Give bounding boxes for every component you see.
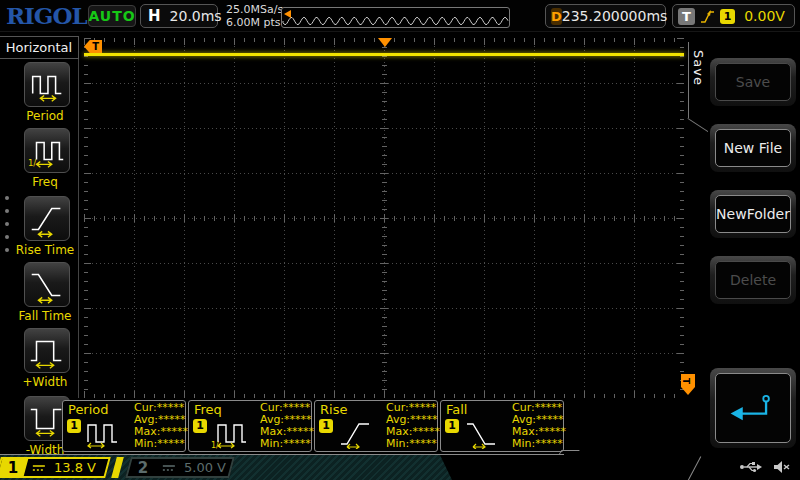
freq-icon: 1/ — [26, 130, 68, 172]
return-button[interactable] — [710, 368, 796, 448]
trigger-status-box[interactable]: T 1 0.00V — [672, 4, 795, 28]
trigger-label-badge: T — [678, 8, 695, 25]
pwidth-icon — [26, 330, 68, 372]
fall-time-button[interactable] — [24, 262, 70, 307]
stat-min-value: ***** — [409, 437, 437, 450]
channel1-scale: 13.8 V — [54, 460, 96, 475]
bottombar-outline — [0, 454, 564, 455]
preview-wave-icon — [282, 8, 509, 27]
channel2-tab[interactable]: 2 5.00 V — [125, 457, 235, 478]
new-folder-button[interactable]: NewFolder — [710, 190, 796, 238]
panel-channel-badge: 1 — [67, 419, 81, 433]
stat-min-value: ***** — [283, 437, 311, 450]
measurement-panel-period[interactable]: Period 1 Cur:***** Avg:***** Max:***** M… — [62, 400, 186, 452]
measurement-panel-rise[interactable]: Rise 1 Cur:***** Avg:***** Max:***** Min… — [314, 400, 438, 452]
menu-tab-line — [688, 42, 689, 118]
rise-time-label: Rise Time — [5, 243, 85, 257]
delete-button-label: Delete — [715, 261, 791, 299]
panel-stats: Cur:***** Avg:***** Max:***** Min:***** — [134, 402, 188, 450]
horizontal-timebase-box[interactable]: H 20.0ms — [140, 4, 218, 28]
measure-category-title[interactable]: Horizontal — [0, 36, 79, 59]
channel1-trace — [84, 53, 684, 56]
channel2-dc-coupling-icon — [162, 463, 176, 473]
panel-stats: Cur:***** Avg:***** Max:***** Min:***** — [260, 402, 314, 450]
freq-button[interactable]: 1/ — [24, 128, 70, 173]
fall-edge-icon — [462, 417, 504, 449]
memory-depth: 6.00M pts — [226, 16, 283, 29]
bottombar-notch — [558, 450, 580, 455]
menu-title: Save — [691, 50, 706, 86]
measurement-panel-freq[interactable]: Freq 1 1/ Cur:***** Avg:***** Max:***** … — [188, 400, 312, 452]
freq-wave-icon: 1/ — [210, 417, 252, 449]
panel-channel-badge: 1 — [319, 419, 333, 433]
delay-value: 235.200000ms — [562, 8, 668, 24]
sidebar-item-pwidth[interactable]: +Width — [0, 328, 80, 389]
trigger-position-marker — [378, 38, 392, 47]
freq-label: Freq — [5, 175, 85, 189]
softkey-menu: Save New File NewFolder Delete — [708, 32, 800, 458]
sidebar-item-freq[interactable]: 1/ Freq — [0, 128, 80, 189]
svg-text:1/: 1/ — [28, 158, 36, 168]
pwidth-label: +Width — [5, 375, 85, 389]
panel-channel-badge: 1 — [445, 419, 459, 433]
trigger-delay-box[interactable]: D 235.200000ms — [545, 4, 666, 28]
sidebar-item-period[interactable]: Period — [0, 62, 80, 123]
run-status-badge[interactable]: AUTO — [88, 5, 136, 27]
preview-trigger-marker-icon — [284, 10, 291, 18]
waveform-display: T T — [84, 38, 684, 398]
fall-time-icon — [26, 264, 68, 306]
panel-title: Period — [68, 402, 109, 417]
svg-text:1/: 1/ — [211, 441, 219, 449]
usb-icon — [739, 460, 763, 474]
horizontal-label: H — [148, 7, 161, 25]
rise-time-icon — [26, 198, 68, 240]
channel2-scale: 5.00 V — [184, 460, 226, 475]
new-file-button-label: New File — [715, 129, 791, 167]
panel-stats: Cur:***** Avg:***** Max:***** Min:***** — [386, 402, 440, 450]
channel1-tab[interactable]: 1 13.8 V — [0, 457, 111, 478]
measurement-panel-fall[interactable]: Fall 1 Cur:***** Avg:***** Max:***** Min… — [440, 400, 564, 452]
channel-status-bar: 1 13.8 V 2 5.00 V — [0, 455, 800, 480]
channel2-number: 2 — [138, 459, 148, 477]
panel-title: Fall — [446, 402, 467, 417]
rise-time-button[interactable] — [24, 196, 70, 241]
channel1-dc-coupling-icon — [32, 463, 46, 473]
period-button[interactable] — [24, 62, 70, 107]
new-folder-button-label: NewFolder — [715, 195, 791, 233]
stat-min-value: ***** — [535, 437, 563, 450]
menu-tab: Save — [686, 40, 708, 132]
rise-edge-icon — [336, 417, 378, 449]
delay-label-badge: D — [551, 8, 562, 25]
oscilloscope-screen: RIGOL AUTO H 20.0ms 25.0MSa/s 6.00M pts … — [0, 0, 800, 480]
timebase-value: 20.0ms — [170, 8, 222, 24]
panel-channel-badge: 1 — [193, 419, 207, 433]
panel-stats: Cur:***** Avg:***** Max:***** Min:***** — [512, 402, 566, 450]
stat-min-value: ***** — [157, 437, 185, 450]
trigger-slope-icon — [700, 8, 715, 25]
period-label: Period — [5, 109, 85, 123]
trigger-source-badge: 1 — [720, 9, 735, 24]
rigol-logo: RIGOL — [6, 2, 87, 29]
graticule — [84, 38, 684, 398]
new-file-button[interactable]: New File — [710, 124, 796, 172]
return-arrow-icon — [725, 389, 781, 427]
panel-title: Freq — [194, 402, 222, 417]
bottombar-divider — [688, 456, 702, 480]
save-button-label: Save — [715, 63, 791, 101]
waveform-memory-preview[interactable] — [281, 7, 510, 28]
sample-rate: 25.0MSa/s — [226, 3, 283, 16]
delete-button[interactable]: Delete — [710, 256, 796, 304]
sidebar-item-fall-time[interactable]: Fall Time — [0, 262, 80, 323]
menu-tab-diagonal — [687, 118, 709, 133]
save-button[interactable]: Save — [710, 58, 796, 106]
panel-title: Rise — [320, 402, 347, 417]
channel1-number: 1 — [8, 459, 18, 477]
measure-sidebar: Horizontal Period 1/ Freq — [0, 32, 80, 458]
sidebar-item-rise-time[interactable]: Rise Time — [0, 196, 80, 257]
acquisition-info: 25.0MSa/s 6.00M pts — [226, 3, 283, 29]
pwidth-button[interactable] — [24, 328, 70, 373]
top-status-bar: RIGOL AUTO H 20.0ms 25.0MSa/s 6.00M pts … — [0, 0, 800, 32]
fall-time-label: Fall Time — [5, 309, 85, 323]
period-wave-icon — [84, 417, 126, 449]
speaker-muted-icon — [773, 460, 790, 474]
